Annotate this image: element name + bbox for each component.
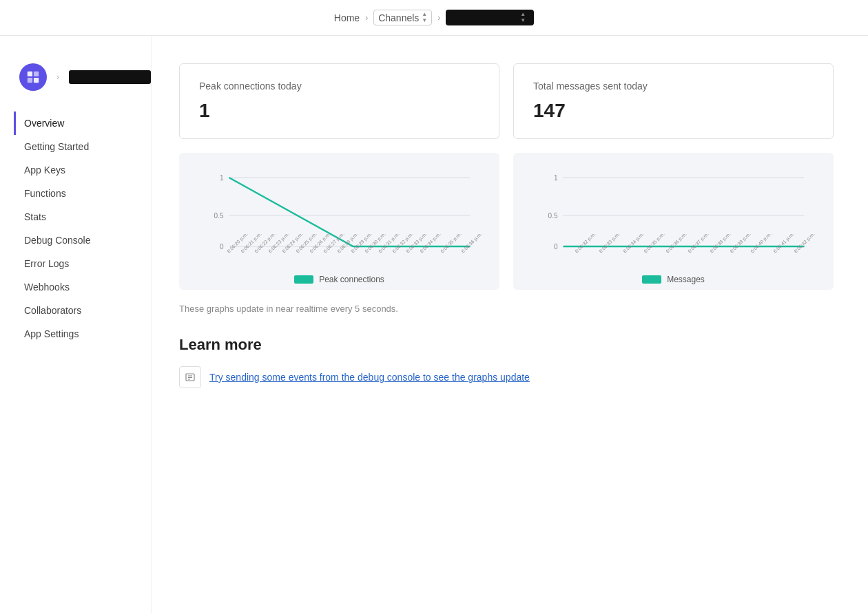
peak-connections-value: 1 (199, 100, 479, 122)
learn-more-section: Learn more Try sending some events from … (179, 336, 834, 388)
sidebar-item-error-logs[interactable]: Error Logs (14, 252, 151, 275)
sidebar-item-collaborators[interactable]: Collaborators (14, 299, 151, 322)
breadcrumb-sep-2: › (437, 13, 440, 23)
peak-connections-card: Peak connections today 1 (179, 63, 499, 139)
breadcrumb-home[interactable]: Home (334, 12, 360, 23)
total-messages-value: 147 (533, 100, 814, 122)
messages-legend-label: Messages (667, 275, 705, 284)
stat-cards: Peak connections today 1 Total messages … (179, 63, 834, 139)
breadcrumb-channels-arrows: ▲▼ (422, 12, 427, 23)
svg-text:0.5: 0.5 (214, 212, 224, 220)
peak-connections-legend: Peak connections (190, 275, 488, 284)
svg-text:6:06:37 p.m.: 6:06:37 p.m. (687, 231, 710, 254)
svg-text:0.5: 0.5 (548, 212, 558, 220)
breadcrumb-current-channel[interactable]: ▲▼ (446, 10, 534, 25)
learn-more-link-anchor[interactable]: Try sending some events from the debug c… (209, 372, 530, 383)
channel-name-redacted (454, 13, 516, 23)
svg-text:6:06:32 p.m.: 6:06:32 p.m. (574, 231, 597, 254)
svg-rect-1 (34, 72, 39, 76)
svg-text:6:06:41 p.m.: 6:06:41 p.m. (772, 231, 795, 254)
svg-rect-0 (28, 72, 32, 76)
app-header: › (14, 63, 151, 91)
learn-more-link: Try sending some events from the debug c… (179, 366, 834, 388)
realtime-note: These graphs update in near realtime eve… (179, 304, 834, 314)
sidebar: › Overview Getting Started App Keys Func… (0, 36, 152, 613)
sidebar-item-app-settings[interactable]: App Settings (14, 322, 151, 346)
main-layout: › Overview Getting Started App Keys Func… (0, 36, 868, 613)
svg-text:0: 0 (220, 243, 224, 251)
sidebar-item-debug-console[interactable]: Debug Console (14, 229, 151, 252)
svg-text:1: 1 (220, 174, 224, 182)
svg-text:6:06:35 p.m.: 6:06:35 p.m. (440, 231, 462, 254)
peak-connections-svg-wrap: 1 0.5 0 6:06:20 p.m. 6:06:21 p.m. 6:06:2… (190, 164, 488, 269)
chart-cards: 1 0.5 0 6:06:20 p.m. 6:06:21 p.m. 6:06:2… (179, 153, 834, 290)
sidebar-item-functions[interactable]: Functions (14, 182, 151, 205)
app-name-redacted (69, 70, 151, 84)
breadcrumb-channels-label: Channels (378, 12, 419, 23)
app-icon (19, 63, 47, 91)
svg-text:6:06:33 p.m.: 6:06:33 p.m. (598, 231, 621, 254)
messages-chart: 1 0.5 0 6:06:32 p.m. 6:06:33 p.m. 6:06:3… (513, 153, 834, 290)
svg-text:6:06:36 p.m.: 6:06:36 p.m. (665, 231, 688, 254)
svg-rect-2 (28, 78, 32, 83)
svg-text:6:06:35 p.m.: 6:06:35 p.m. (643, 231, 665, 254)
svg-text:6:06:42 p.m.: 6:06:42 p.m. (793, 231, 816, 254)
total-messages-label: Total messages sent today (533, 81, 814, 92)
peak-connections-chart: 1 0.5 0 6:06:20 p.m. 6:06:21 p.m. 6:06:2… (179, 153, 499, 290)
breadcrumb-sep-1: › (365, 13, 368, 23)
svg-text:6:06:36 p.m.: 6:06:36 p.m. (460, 231, 483, 254)
messages-legend: Messages (524, 275, 823, 284)
sidebar-item-stats[interactable]: Stats (14, 205, 151, 229)
messages-svg-wrap: 1 0.5 0 6:06:32 p.m. 6:06:33 p.m. 6:06:3… (524, 164, 823, 269)
peak-connections-legend-box (294, 275, 313, 284)
svg-text:0: 0 (554, 243, 558, 251)
main-content: Peak connections today 1 Total messages … (152, 36, 868, 613)
svg-text:6:06:34 p.m.: 6:06:34 p.m. (622, 231, 645, 254)
sidebar-item-getting-started[interactable]: Getting Started (14, 135, 151, 158)
app-header-chevron: › (56, 72, 59, 82)
link-icon (179, 366, 201, 388)
svg-text:6:06:38 p.m.: 6:06:38 p.m. (709, 231, 732, 254)
sidebar-item-webhooks[interactable]: Webhooks (14, 275, 151, 299)
peak-connections-legend-label: Peak connections (319, 275, 384, 284)
nav-items: Overview Getting Started App Keys Functi… (14, 112, 151, 346)
total-messages-card: Total messages sent today 147 (513, 63, 834, 139)
breadcrumb-channels-select[interactable]: Channels ▲▼ (373, 10, 432, 25)
svg-rect-3 (34, 78, 39, 83)
peak-connections-label: Peak connections today (199, 81, 479, 92)
learn-more-title: Learn more (179, 336, 834, 354)
messages-legend-box (642, 275, 661, 284)
breadcrumb: Home › Channels ▲▼ › ▲▼ (0, 0, 868, 36)
svg-text:6:06:39 p.m.: 6:06:39 p.m. (729, 231, 752, 254)
sidebar-item-app-keys[interactable]: App Keys (14, 158, 151, 182)
svg-text:6:06:40 p.m.: 6:06:40 p.m. (750, 231, 772, 254)
sidebar-item-overview[interactable]: Overview (14, 112, 151, 135)
svg-text:1: 1 (554, 174, 558, 182)
breadcrumb-channel-arrows: ▲▼ (520, 12, 526, 23)
